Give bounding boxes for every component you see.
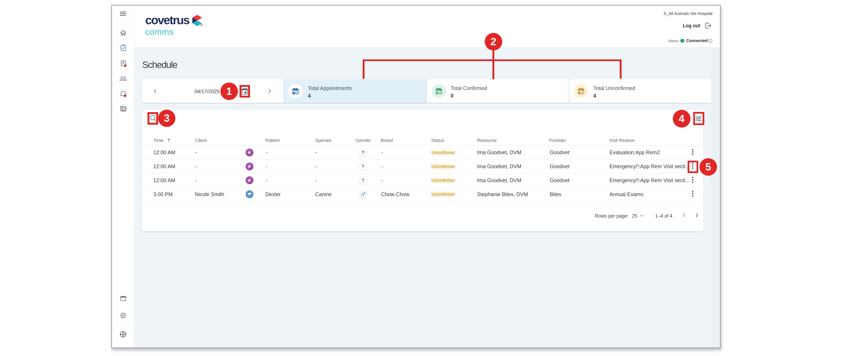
svg-text:T: T (293, 91, 294, 94)
svg-text:!: ! (579, 91, 580, 95)
